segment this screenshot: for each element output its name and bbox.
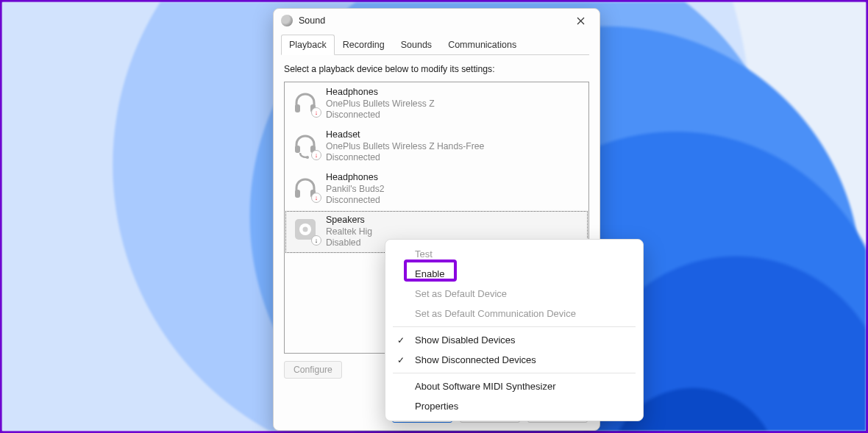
configure-button: Configure	[284, 361, 342, 379]
menu-set-default-comm: Set as Default Communication Device	[388, 304, 640, 323]
svg-rect-0	[295, 104, 300, 112]
svg-rect-2	[295, 146, 300, 153]
svg-point-4	[306, 156, 309, 159]
tab-strip: Playback Recording Sounds Communications	[274, 34, 600, 54]
device-name: Headphones	[326, 87, 435, 99]
speaker-icon: ↓	[291, 215, 320, 244]
window-title: Sound	[299, 15, 566, 26]
menu-about-midi[interactable]: About Software MIDI Synthesizer	[388, 376, 640, 396]
device-status: Disabled	[326, 237, 372, 248]
menu-set-default: Set as Default Device	[388, 284, 640, 304]
tab-communications[interactable]: Communications	[440, 35, 524, 55]
headset-icon: ↓	[291, 129, 320, 159]
menu-show-disabled[interactable]: Show Disabled Devices	[388, 330, 640, 350]
menu-enable[interactable]: Enable	[388, 264, 640, 284]
menu-test: Test	[388, 244, 640, 264]
close-button[interactable]	[566, 10, 595, 31]
menu-show-disconnected[interactable]: Show Disconnected Devices	[388, 350, 640, 370]
context-menu: Test Enable Set as Default Device Set as…	[385, 239, 644, 421]
headphones-icon: ↓	[291, 172, 320, 201]
menu-separator	[393, 373, 636, 373]
device-desc: Realtek Hig	[326, 226, 372, 237]
device-desc: OnePlus Bullets Wireless Z	[326, 99, 435, 110]
close-icon	[577, 17, 585, 25]
device-status: Disconnected	[326, 110, 435, 121]
titlebar[interactable]: Sound	[274, 9, 600, 32]
svg-point-9	[303, 227, 308, 232]
device-desc: OnePlus Bullets Wireless Z Hands-Free	[326, 141, 484, 152]
tab-playback[interactable]: Playback	[281, 35, 335, 55]
svg-rect-5	[295, 190, 300, 198]
menu-properties[interactable]: Properties	[388, 396, 640, 416]
device-desc: Pankil's Buds2	[326, 184, 385, 195]
menu-separator	[393, 326, 636, 327]
headphones-icon: ↓	[291, 87, 320, 116]
device-name: Headphones	[326, 172, 385, 184]
device-name: Speakers	[326, 215, 372, 226]
tab-recording[interactable]: Recording	[335, 35, 393, 55]
device-status: Disconnected	[326, 152, 484, 163]
sound-icon	[281, 15, 293, 26]
instruction-text: Select a playback device below to modify…	[284, 64, 589, 74]
device-row[interactable]: ↓ Headset OnePlus Bullets Wireless Z Han…	[285, 125, 588, 168]
tab-sounds[interactable]: Sounds	[393, 35, 440, 55]
device-row[interactable]: ↓ Headphones OnePlus Bullets Wireless Z …	[285, 82, 588, 125]
device-name: Headset	[326, 129, 484, 141]
status-badge-icon: ↓	[311, 107, 321, 118]
device-status: Disconnected	[326, 195, 385, 206]
device-row[interactable]: ↓ Headphones Pankil's Buds2 Disconnected	[285, 168, 588, 210]
